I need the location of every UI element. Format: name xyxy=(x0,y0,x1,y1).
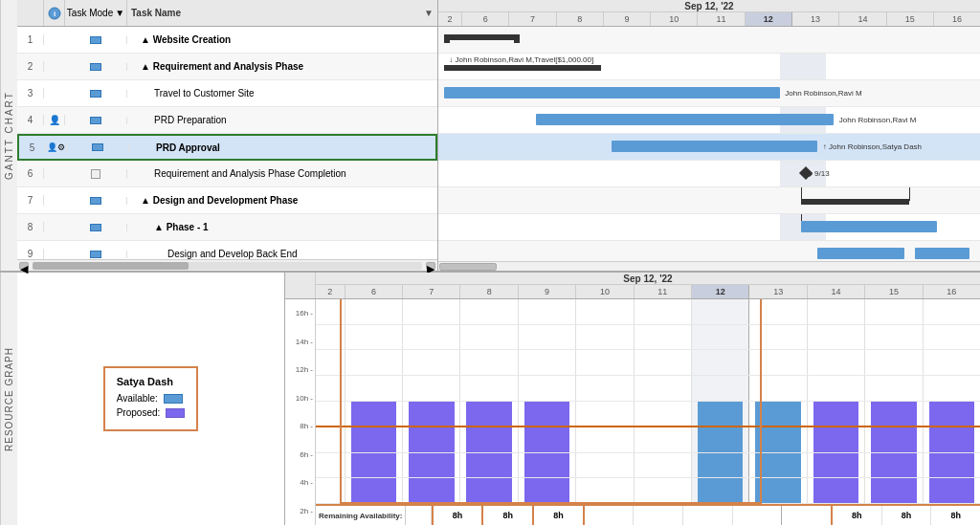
date-col-15: 15 xyxy=(887,12,934,26)
task-mode-icon xyxy=(90,197,101,205)
res-col-6 xyxy=(345,299,403,504)
scroll-right[interactable]: ▶ xyxy=(426,262,435,270)
gantt-bar-row-4: John Robinson,Ravi M xyxy=(438,107,980,134)
bar-label: ↓ John Robinson,Ravi M,Travel[$1,000.00] xyxy=(449,55,593,64)
rem-cell-15: 8h xyxy=(882,506,932,525)
task-name-cell: Design and Develop Back End xyxy=(127,249,437,259)
gantt-h-scroll[interactable]: ◀ ▶ xyxy=(17,259,437,271)
resource-bars-grid xyxy=(316,299,980,504)
date-col-14: 14 xyxy=(839,12,886,26)
table-row: 3 Travel to Customer Site xyxy=(17,80,437,107)
table-row-selected[interactable]: 5 👤⚙ PRD Approval xyxy=(17,134,437,161)
date-col-6: 6 xyxy=(462,12,509,26)
proposed-color-swatch xyxy=(166,408,185,418)
bar-proposed xyxy=(871,402,917,504)
legend-title: Satya Dash xyxy=(117,376,186,387)
rem-cell-6: 8h xyxy=(432,506,484,525)
y-label-8h: 8h - xyxy=(300,422,313,430)
task-name-cell: ▲ Website Creation xyxy=(127,34,437,45)
gantt-bar-row-3: John Robinson,Ravi M xyxy=(438,80,980,107)
date-col-2: 2 xyxy=(438,12,462,26)
res-col-12 xyxy=(692,299,749,504)
remaining-row: Remaining Availability: 8h 8h 8h 8h 8h xyxy=(316,504,980,525)
task-bar xyxy=(817,248,904,259)
bar-available xyxy=(755,402,801,504)
main-container: GANTT CHART i Task Mode ▼ Task Name ▼ xyxy=(0,0,980,525)
scroll-left[interactable]: ◀ xyxy=(19,262,29,270)
resource-section: RESOURCE GRAPH Satya Dash Available: Pro… xyxy=(0,273,980,525)
gantt-label: GANTT CHART xyxy=(0,0,17,271)
legend-proposed: Proposed: xyxy=(117,407,186,418)
task-mode-icon xyxy=(90,224,101,231)
resource-legend: Satya Dash Available: Proposed: xyxy=(17,273,285,525)
gantt-bar-row-7 xyxy=(438,187,980,214)
gantt-bars: ↓ John Robinson,Ravi M,Travel[$1,000.00]… xyxy=(438,27,980,261)
task-name-cell: ▲ Design and Development Phase xyxy=(127,195,437,206)
res-col-9 xyxy=(519,299,576,504)
gantt-time-header: Sep 12, '22 2 6 7 8 9 10 11 12 13 14 15 … xyxy=(438,0,980,27)
task-bar xyxy=(612,141,817,152)
date-col-10: 10 xyxy=(651,12,698,26)
res-col-10 xyxy=(576,299,634,504)
bar-proposed xyxy=(409,402,455,504)
scroll-thumb[interactable] xyxy=(33,262,189,270)
y-axis: 16h - 14h - 12h - 10h - 8h - 6h - 4h - 2… xyxy=(285,299,316,525)
rem-cell-12 xyxy=(733,506,783,525)
summary-bar xyxy=(444,65,601,71)
task-mode-icon xyxy=(90,251,101,258)
rem-cell-7: 8h xyxy=(483,506,534,525)
connector-v2 xyxy=(909,187,910,201)
res-col-11 xyxy=(635,299,692,504)
y-label-6h: 6h - xyxy=(300,450,313,459)
scroll-thumb[interactable] xyxy=(439,263,497,271)
summary-bar xyxy=(801,199,909,205)
rem-cell-11 xyxy=(683,506,733,525)
legend-available: Available: xyxy=(117,393,186,404)
task-mode-icon xyxy=(90,36,101,44)
task-name-cell: Travel to Customer Site xyxy=(127,88,437,98)
y-label-4h: 4h - xyxy=(300,478,313,487)
task-name-cell: Requirement and Analysis Phase Completio… xyxy=(127,168,437,180)
gantt-header: i Task Mode ▼ Task Name ▼ xyxy=(17,0,437,27)
table-row: 1 ▲ Website Creation xyxy=(17,27,437,54)
table-row: 2 ▲ Requirement and Analysis Phase xyxy=(17,54,437,80)
y-label-2h: 2h - xyxy=(300,507,313,515)
bar-proposed xyxy=(466,402,512,504)
res-col-7 xyxy=(403,299,460,504)
connector-v xyxy=(801,187,802,201)
date-col-11: 11 xyxy=(698,12,745,26)
milestone-label: ◆ 9/13 xyxy=(807,169,830,178)
task-name-cell: ▲ Requirement and Analysis Phase xyxy=(127,61,437,72)
bar-proposed xyxy=(351,402,397,504)
bar-proposed xyxy=(929,402,975,504)
res-col-15 xyxy=(865,299,923,504)
date-col-7: 7 xyxy=(509,12,556,26)
gantt-area-scroll[interactable] xyxy=(438,261,980,271)
summary-end xyxy=(514,37,520,43)
gantt-section: GANTT CHART i Task Mode ▼ Task Name ▼ xyxy=(0,0,980,273)
task-name-dropdown[interactable]: ▼ xyxy=(424,8,434,18)
task-name-cell: PRD Preparation xyxy=(127,115,437,125)
gantt-date-top: Sep 12, '22 xyxy=(684,1,733,11)
scroll-track[interactable] xyxy=(33,262,422,270)
res-col-14 xyxy=(808,299,865,504)
col-mode-header: Task Mode ▼ xyxy=(65,0,127,26)
date-col-8: 8 xyxy=(557,12,604,26)
summary-start xyxy=(444,37,450,43)
rem-cell-16: 8h xyxy=(931,506,980,525)
rem-cell-2 xyxy=(406,506,431,525)
resource-chart-body: 16h - 14h - 12h - 10h - 8h - 6h - 4h - 2… xyxy=(285,299,980,525)
available-color-swatch xyxy=(164,394,183,404)
gantt-table: i Task Mode ▼ Task Name ▼ 1 ▲ xyxy=(17,0,438,271)
gantt-bar-row-1 xyxy=(438,27,980,54)
col-id-header xyxy=(17,0,44,26)
task-mode-icon xyxy=(92,143,103,151)
task-mode-icon xyxy=(90,63,101,71)
gantt-bar-row-8 xyxy=(438,214,980,241)
dropdown-arrow[interactable]: ▼ xyxy=(115,8,124,18)
gantt-rows: 1 ▲ Website Creation 2 ▲ Requirement and… xyxy=(17,27,437,259)
gantt-chart-area: Sep 12, '22 2 6 7 8 9 10 11 12 13 14 15 … xyxy=(438,0,980,271)
y-label-10h: 10h - xyxy=(296,394,313,403)
task-bar-2 xyxy=(915,248,969,259)
task-mode-icon xyxy=(91,169,100,179)
